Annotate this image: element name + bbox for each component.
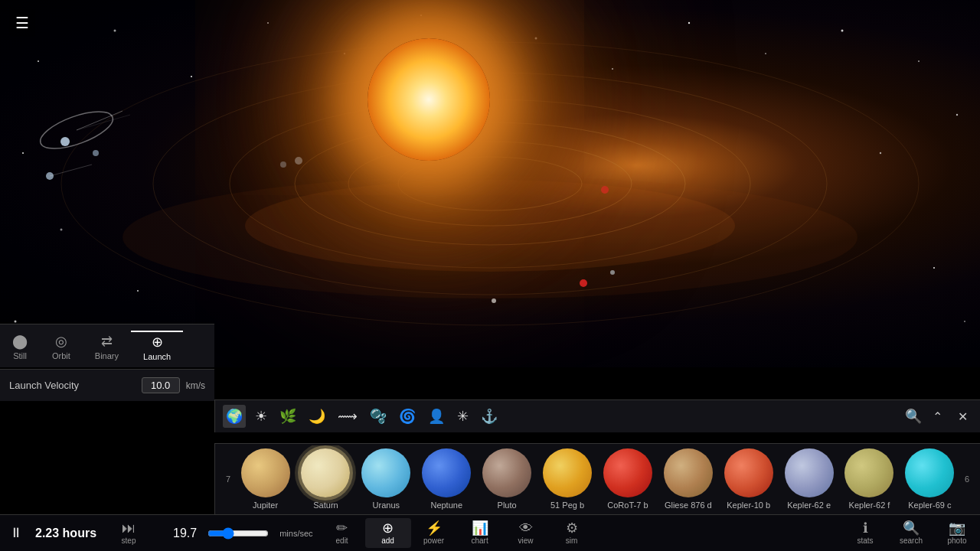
filter-collapse-button[interactable]: ⌃ (928, 406, 947, 427)
toolbar-add[interactable]: ⊕ add (365, 518, 411, 548)
svg-point-2 (191, 76, 192, 77)
toolbar-stats[interactable]: ℹ stats (842, 518, 888, 548)
orbital-rings-svg (0, 0, 980, 367)
mode-launch[interactable]: ⊕ Launch (131, 331, 183, 364)
svg-line-39 (77, 115, 130, 130)
svg-point-20 (398, 157, 582, 210)
space-background (0, 0, 980, 367)
pause-button[interactable]: ⏸ (9, 525, 23, 541)
planet-count-left: 7 (221, 473, 235, 485)
planet-name-saturn: Saturn (313, 500, 338, 510)
toolbar-power[interactable]: ⚡ power (411, 518, 457, 548)
add-icon: ⊕ (382, 521, 394, 535)
planet-name-kepler62f: Kepler-62 f (849, 500, 890, 510)
planet-item-pluto[interactable]: Pluto (477, 445, 537, 513)
edit-icon: ✏ (336, 521, 348, 535)
edit-label: edit (336, 536, 348, 545)
still-icon: ⬤ (12, 334, 28, 348)
toolbar-sim[interactable]: ⚙ sim (549, 518, 595, 548)
mode-still-label: Still (13, 351, 27, 360)
planet-item-kepler62f[interactable]: Kepler-62 f (839, 445, 900, 513)
filter-leaf-icon[interactable]: 🌿 (276, 405, 299, 428)
speed-unit: mins/sec (279, 529, 312, 538)
planet-circle-jupiter (241, 448, 290, 497)
filter-toolbar: 🌍 ☀ 🌿 🌙 ⟿ 🫧 🌀 👤 ✳ ⚓ 🔍 ⌃ ✕ (214, 399, 980, 432)
planet-name-jupiter: Jupiter (253, 500, 278, 510)
mode-bar: ⬤ Still ◎ Orbit ⇄ Binary ⊕ Launch (0, 324, 214, 367)
planet-name-kepler69c: Kepler-69 c (908, 500, 951, 510)
mode-launch-label: Launch (143, 352, 171, 361)
svg-point-17 (933, 267, 935, 269)
add-label: add (381, 536, 394, 545)
sim-icon: ⚙ (566, 521, 578, 535)
time-display: 2.23 hours (35, 527, 96, 540)
planet-circle-kepler62f (844, 448, 893, 497)
filter-water-icon[interactable]: 🫧 (367, 405, 390, 428)
step-icon: ⏭ (122, 521, 136, 535)
planet-name-neptune: Neptune (430, 500, 462, 510)
menu-button[interactable]: ☰ (9, 9, 35, 37)
svg-point-7 (612, 68, 613, 70)
bottom-toolbar: ⏸ 2.23 hours ⏭ step 19.7 mins/sec ✏ edit… (0, 514, 980, 551)
filter-star-icon[interactable]: ☀ (252, 405, 270, 428)
toolbar-edit[interactable]: ✏ edit (319, 518, 365, 548)
svg-point-27 (122, 176, 858, 298)
mode-still[interactable]: ⬤ Still (0, 331, 40, 364)
planet-item-kepler69c[interactable]: Kepler-69 c (900, 445, 960, 513)
chart-label: chart (471, 536, 488, 545)
svg-line-38 (77, 111, 122, 130)
velocity-label: Launch Velocity (9, 380, 136, 391)
planet-item-kepler10b[interactable]: Kepler-10 b (718, 445, 779, 513)
filter-comet-icon[interactable]: ⟿ (335, 405, 361, 428)
filter-search-icon[interactable]: 🔍 (905, 408, 922, 425)
svg-point-33 (60, 137, 70, 146)
svg-point-8 (688, 22, 690, 24)
planet-circle-kepler62e (785, 448, 834, 497)
planet-item-kepler62e[interactable]: Kepler-62 e (779, 445, 839, 513)
search-icon: 🔍 (903, 521, 920, 535)
svg-point-12 (956, 114, 958, 116)
stats-icon: ℹ (863, 521, 868, 535)
planet-circle-pluto (482, 448, 531, 497)
mode-orbit[interactable]: ◎ Orbit (40, 331, 83, 364)
planet-item-51pegb[interactable]: 51 Peg b (537, 445, 598, 513)
filter-atom-icon[interactable]: ✳ (454, 405, 472, 428)
speed-slider[interactable] (207, 527, 269, 540)
filter-spiral-icon[interactable]: 🌀 (396, 405, 419, 428)
mode-binary[interactable]: ⇄ Binary (83, 331, 131, 364)
velocity-value[interactable]: 10.0 (142, 377, 180, 393)
planet-item-gliese876d[interactable]: Gliese 876 d (658, 445, 718, 513)
filter-moon-icon[interactable]: 🌙 (305, 405, 328, 428)
svg-point-15 (137, 290, 139, 292)
svg-point-23 (230, 99, 750, 268)
svg-point-32 (36, 104, 117, 156)
toolbar-view[interactable]: 👁 view (503, 518, 549, 548)
velocity-bar: Launch Velocity 10.0 km/s (0, 369, 214, 401)
mode-binary-label: Binary (95, 351, 119, 360)
svg-point-9 (765, 53, 766, 54)
toolbar-chart[interactable]: 📊 chart (457, 518, 503, 548)
filter-planet-icon[interactable]: 🌍 (223, 405, 246, 428)
planet-item-neptune[interactable]: Neptune (416, 445, 477, 513)
svg-point-18 (15, 321, 17, 323)
toolbar-photo[interactable]: 📷 photo (934, 518, 980, 548)
step-label: step (122, 536, 136, 545)
planet-count-right: 6 (960, 473, 974, 485)
search-label: search (900, 536, 923, 545)
planet-item-saturn[interactable]: Saturn (296, 445, 356, 513)
photo-icon: 📷 (949, 521, 965, 535)
planet-item-uranus[interactable]: Uranus (356, 445, 416, 513)
planet-list-container: 7 JupiterSaturnUranusNeptunePluto51 Peg … (214, 443, 980, 514)
svg-point-13 (22, 152, 24, 154)
chart-icon: 📊 (472, 521, 488, 535)
planet-item-corot7b[interactable]: CoRoT-7 b (597, 445, 658, 513)
planet-item-jupiter[interactable]: Jupiter (235, 445, 296, 513)
filter-close-button[interactable]: ✕ (953, 406, 972, 427)
svg-point-30 (492, 298, 496, 303)
toolbar-step[interactable]: ⏭ step (106, 518, 152, 548)
orbit-icon: ◎ (55, 334, 67, 348)
toolbar-search[interactable]: 🔍 search (888, 518, 934, 548)
filter-anchor-icon[interactable]: ⚓ (478, 405, 501, 428)
velocity-unit: km/s (186, 380, 205, 391)
filter-people-icon[interactable]: 👤 (425, 405, 448, 428)
